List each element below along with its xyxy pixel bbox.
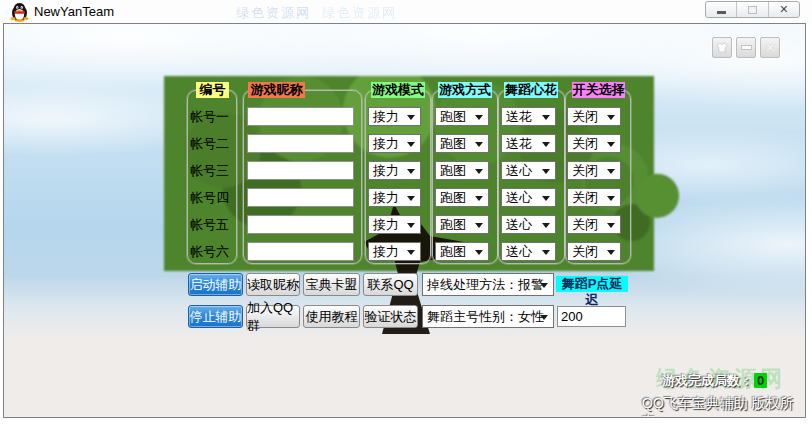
app-minimize-button[interactable] (736, 37, 756, 58)
way-select-3[interactable]: 跑图 (435, 161, 489, 180)
minimize-icon (717, 11, 726, 14)
verify-status-button[interactable]: 验证状态 (363, 305, 418, 328)
card-union-button[interactable]: 宝典卡盟 (303, 273, 360, 296)
switch-select-5[interactable]: 关闭 (567, 215, 621, 234)
os-maximize-button (736, 2, 767, 17)
mode-select-2[interactable]: 接力 (368, 134, 421, 153)
dance-gender-select[interactable]: 舞蹈主号性别：女性 (422, 305, 554, 328)
way-select-4[interactable]: 跑图 (435, 188, 489, 207)
watermark: 绿色资源网 (236, 4, 311, 22)
copyright-text: QQ飞车宝典辅助 版权所有 (642, 395, 805, 418)
minimize-icon (741, 45, 752, 50)
flower-select-5[interactable]: 送心 (501, 215, 556, 234)
flower-select-4[interactable]: 送心 (501, 188, 556, 207)
offline-handling-label: 掉线处理方法： (427, 276, 518, 294)
nickname-input-1[interactable] (247, 107, 354, 126)
mode-select-5[interactable]: 接力 (368, 215, 421, 234)
switch-select-4[interactable]: 关闭 (567, 188, 621, 207)
mode-select-3[interactable]: 接力 (368, 161, 421, 180)
chevron-down-icon (607, 250, 615, 255)
chevron-down-icon (607, 115, 615, 120)
dance-gender-label: 舞蹈主号性别： (427, 308, 518, 326)
close-icon: ✕ (779, 4, 788, 15)
column-header-mode: 游戏模式 (371, 82, 425, 98)
flower-select-2[interactable]: 送花 (501, 134, 556, 153)
join-qq-group-button[interactable]: 加入QQ群 (246, 305, 300, 328)
chevron-down-icon (542, 250, 550, 255)
tutorial-button[interactable]: 使用教程 (303, 305, 360, 328)
column-header-id: 编号 (196, 82, 229, 98)
maximize-icon (748, 6, 757, 14)
column-header-nickname: 游戏昵称 (248, 82, 305, 98)
chevron-down-icon (475, 223, 483, 228)
games-count-badge: 0 (754, 373, 767, 388)
chevron-down-icon (407, 196, 415, 201)
chevron-down-icon (542, 169, 550, 174)
flower-select-1[interactable]: 送花 (501, 107, 556, 126)
switch-select-1[interactable]: 关闭 (567, 107, 621, 126)
account-label-4: 帐号四 (190, 188, 238, 207)
nickname-input-6[interactable] (247, 242, 354, 261)
mode-select-6[interactable]: 接力 (368, 242, 421, 261)
screenshot-root: NewYanTeam 绿色资源网 绿色资源网 ✕ ✕ (0, 0, 812, 425)
chevron-down-icon (475, 115, 483, 120)
account-label-6: 帐号六 (190, 242, 238, 261)
way-select-6[interactable]: 跑图 (435, 242, 489, 261)
way-select-1[interactable]: 跑图 (435, 107, 489, 126)
switch-select-6[interactable]: 关闭 (567, 242, 621, 261)
chevron-down-icon (542, 223, 550, 228)
nickname-input-2[interactable] (247, 134, 354, 153)
chevron-down-icon (407, 223, 415, 228)
way-select-2[interactable]: 跑图 (435, 134, 489, 153)
read-nickname-button[interactable]: 读取昵称 (246, 273, 300, 296)
os-window-controls: ✕ (705, 1, 800, 18)
app-window: ✕ 编号 游戏昵称 游戏模式 游戏方式 舞蹈心花 开关选择 帐号一 接力 跑图 … (3, 23, 806, 418)
chevron-down-icon (607, 223, 615, 228)
os-titlebar: NewYanTeam 绿色资源网 绿色资源网 ✕ (0, 0, 812, 23)
shirt-icon (716, 42, 728, 53)
way-select-5[interactable]: 跑图 (435, 215, 489, 234)
chevron-down-icon (475, 169, 483, 174)
flower-select-3[interactable]: 送心 (501, 161, 556, 180)
mode-select-4[interactable]: 接力 (368, 188, 421, 207)
games-done-counter: 游戏完成局数：0 (662, 372, 767, 390)
chevron-down-icon (540, 283, 548, 288)
chevron-down-icon (407, 250, 415, 255)
chevron-down-icon (542, 196, 550, 201)
chevron-down-icon (540, 315, 548, 320)
qq-penguin-icon (10, 2, 29, 22)
chevron-down-icon (475, 196, 483, 201)
flower-select-6[interactable]: 送心 (501, 242, 556, 261)
nickname-input-5[interactable] (247, 215, 354, 234)
skin-button[interactable] (712, 37, 732, 58)
app-close-button[interactable]: ✕ (760, 37, 780, 58)
os-close-button[interactable]: ✕ (768, 2, 799, 17)
nickname-input-4[interactable] (247, 188, 354, 207)
account-label-1: 帐号一 (190, 107, 238, 126)
offline-handling-select[interactable]: 掉线处理方法：报警 (422, 273, 554, 296)
account-label-5: 帐号五 (190, 215, 238, 234)
switch-select-3[interactable]: 关闭 (567, 161, 621, 180)
mode-select-1[interactable]: 接力 (368, 107, 421, 126)
switch-select-2[interactable]: 关闭 (567, 134, 621, 153)
column-header-way: 游戏方式 (438, 82, 492, 98)
chevron-down-icon (542, 142, 550, 147)
chevron-down-icon (407, 142, 415, 147)
chevron-down-icon (607, 196, 615, 201)
os-minimize-button[interactable] (706, 2, 736, 17)
nickname-input-3[interactable] (247, 161, 354, 180)
chevron-down-icon (407, 169, 415, 174)
chevron-down-icon (475, 250, 483, 255)
p-delay-input[interactable] (557, 306, 626, 327)
account-label-2: 帐号二 (190, 134, 238, 153)
account-label-3: 帐号三 (190, 161, 238, 180)
column-header-flower: 舞蹈心花 (504, 82, 558, 98)
window-title: NewYanTeam (34, 4, 114, 19)
column-header-switch: 开关选择 (572, 82, 625, 98)
dance-p-delay-label: 舞蹈P点延迟 (556, 276, 628, 292)
contact-qq-button[interactable]: 联系QQ (363, 273, 418, 296)
start-helper-button[interactable]: 启动辅助 (188, 273, 243, 296)
watermark: 绿色资源网 (322, 4, 397, 22)
stop-helper-button[interactable]: 停止辅助 (188, 305, 243, 328)
chevron-down-icon (475, 142, 483, 147)
